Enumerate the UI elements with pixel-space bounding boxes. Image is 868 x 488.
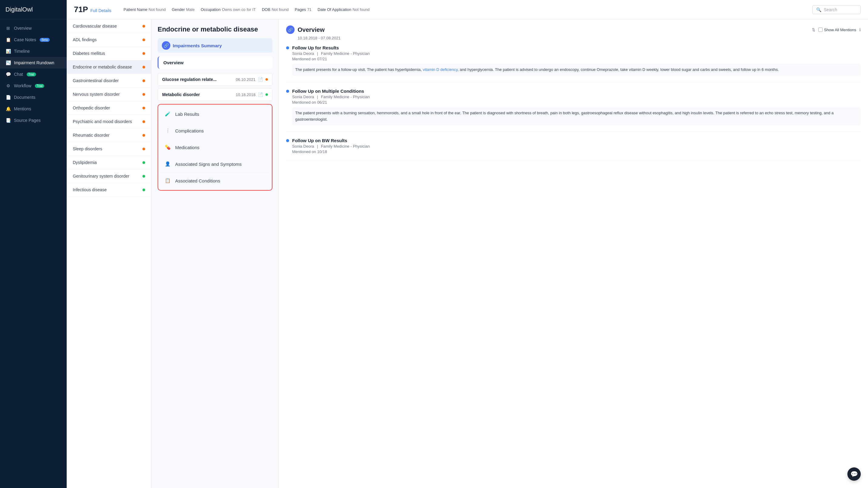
condition-dot-12 bbox=[143, 188, 145, 191]
patient-date-app-field: Date Of ApplicationNot found bbox=[318, 7, 370, 12]
condition-item-5[interactable]: Nervous system disorder bbox=[67, 88, 151, 101]
condition-item-0[interactable]: Cardiovascular disease bbox=[67, 20, 151, 33]
condition-list: Cardiovascular disease ADL findings Diab… bbox=[67, 20, 152, 488]
search-box[interactable]: 🔍 Search bbox=[812, 5, 861, 14]
condition-label-8: Rheumatic disorder bbox=[73, 133, 110, 138]
mention-doctor-1: Sonia Deora bbox=[292, 95, 314, 99]
condition-dot-6 bbox=[143, 107, 145, 110]
documents-icon: 📄 bbox=[5, 95, 11, 100]
mention-date-0: Mentioned on 07/21 bbox=[292, 57, 861, 61]
mention-header-2: Follow Up on BW Results Sonia Deora | Fa… bbox=[286, 138, 861, 154]
mention-link-0[interactable]: vitamin D deficiency bbox=[423, 67, 458, 72]
condition-item-2[interactable]: Diabetes mellitus bbox=[67, 47, 151, 60]
show-all-checkbox[interactable] bbox=[818, 28, 823, 32]
summary-item-signs-symptoms[interactable]: 👤 Associated Signs and Symptoms bbox=[159, 156, 271, 173]
condition-item-10[interactable]: Dyslipidemia bbox=[67, 156, 151, 170]
date-app-value: Not found bbox=[352, 7, 369, 12]
condition-item-4[interactable]: Gastrointestinal disorder bbox=[67, 74, 151, 88]
patient-gender-field: GenderMale bbox=[172, 7, 195, 12]
summary-item-medications[interactable]: 💊 Medications bbox=[159, 139, 271, 156]
condition-row-1[interactable]: Metabolic disorder 10.18.2018 📄 bbox=[158, 88, 273, 101]
sidebar-item-workflow[interactable]: ⚙ Workflow Trial bbox=[0, 80, 67, 92]
summary-icon-complications: ❕ bbox=[164, 127, 172, 134]
sidebar-item-timeline[interactable]: 📊 Timeline bbox=[0, 45, 67, 57]
patient-name-label: Patient Name bbox=[124, 7, 148, 12]
source-pages-icon: 📑 bbox=[5, 118, 11, 123]
sidebar-item-source-pages[interactable]: 📑 Source Pages bbox=[0, 115, 67, 126]
summary-label-signs-symptoms: Associated Signs and Symptoms bbox=[175, 161, 242, 167]
timeline-icon: 📊 bbox=[5, 49, 11, 54]
mention-title-2: Follow Up on BW Results bbox=[292, 138, 861, 143]
chat-bubble[interactable]: 💬 bbox=[847, 467, 861, 481]
condition-row-0[interactable]: Glucose regulation relate... 06.10.2021 … bbox=[158, 73, 273, 86]
sidebar-item-label-overview: Overview bbox=[14, 26, 32, 31]
chat-icon: 💬 bbox=[5, 71, 11, 77]
full-details-link[interactable]: Full Details bbox=[90, 8, 111, 13]
file-icon-1: 📄 bbox=[258, 92, 263, 97]
overview-icon: ⊞ bbox=[5, 26, 11, 31]
condition-row-dot-0 bbox=[266, 78, 268, 81]
show-all-label: Show All Mentions bbox=[824, 28, 856, 32]
mention-card-follow-up-bw: Follow Up on BW Results Sonia Deora | Fa… bbox=[286, 138, 861, 160]
patient-info: Patient NameNot found GenderMale Occupat… bbox=[124, 7, 805, 12]
condition-dot-5 bbox=[143, 93, 145, 96]
summary-box: 🧪 Lab Results❕ Complications💊 Medication… bbox=[158, 104, 273, 191]
condition-row-label-1: Metabolic disorder bbox=[162, 92, 200, 97]
condition-label-7: Psychiatric and mood disorders bbox=[73, 119, 132, 124]
mention-specialty-1: Family Medicine - Physician bbox=[321, 95, 370, 99]
condition-item-6[interactable]: Orthopedic disorder bbox=[67, 101, 151, 115]
condition-label-10: Dyslipidemia bbox=[73, 160, 97, 165]
patient-pages-field: Pages71 bbox=[295, 7, 312, 12]
sidebar-item-label-workflow: Workflow bbox=[14, 83, 31, 88]
sidebar-item-label-source-pages: Source Pages bbox=[14, 118, 41, 123]
condition-label-6: Orthopedic disorder bbox=[73, 105, 110, 110]
condition-item-9[interactable]: Sleep disorders bbox=[67, 142, 151, 156]
sidebar-item-chat[interactable]: 💬 Chat Trial bbox=[0, 68, 67, 80]
condition-row-date-0: 06.10.2021 bbox=[236, 77, 255, 82]
mention-meta-1: Sonia Deora | Family Medicine - Physicia… bbox=[292, 95, 861, 99]
mention-specialty-2: Family Medicine - Physician bbox=[321, 144, 370, 149]
mention-header-0: Follow Up for Results Sonia Deora | Fami… bbox=[286, 45, 861, 76]
summary-item-complications[interactable]: ❕ Complications bbox=[159, 122, 271, 139]
condition-label-0: Cardiovascular disease bbox=[73, 24, 117, 29]
condition-item-12[interactable]: Infectious disease bbox=[67, 183, 151, 197]
case-notes-badge: Beta bbox=[40, 38, 50, 42]
right-panel: 🔗 Overview ⇅ Show All Mentions ℹ 10.18.2… bbox=[279, 20, 868, 488]
condition-item-7[interactable]: Psychiatric and mood disorders bbox=[67, 115, 151, 128]
condition-item-1[interactable]: ADL findings bbox=[67, 33, 151, 47]
mention-dot-1 bbox=[286, 90, 289, 93]
show-all-mentions[interactable]: Show All Mentions bbox=[818, 28, 856, 32]
sidebar-item-overview[interactable]: ⊞ Overview bbox=[0, 23, 67, 34]
condition-label-4: Gastrointestinal disorder bbox=[73, 78, 119, 83]
sidebar-item-label-documents: Documents bbox=[14, 95, 35, 100]
summary-item-associated-conditions[interactable]: 📋 Associated Conditions bbox=[159, 173, 271, 189]
overview-date-range: 10.18.2018 - 07.08.2021 bbox=[298, 36, 861, 40]
summary-item-lab-results[interactable]: 🧪 Lab Results bbox=[159, 106, 271, 122]
condition-dot-8 bbox=[143, 134, 145, 137]
condition-item-3[interactable]: Endocrine or metabolic disease bbox=[67, 60, 151, 74]
condition-item-8[interactable]: Rheumatic disorder bbox=[67, 128, 151, 142]
condition-dot-11 bbox=[143, 175, 145, 178]
search-placeholder: Search bbox=[824, 7, 837, 12]
impairments-icon: 🔗 bbox=[162, 41, 170, 50]
info-icon[interactable]: ℹ bbox=[859, 27, 861, 32]
mention-text-0: The patient presents for a follow-up vis… bbox=[292, 64, 861, 76]
sidebar-item-case-notes[interactable]: 📋 Case Notes Beta bbox=[0, 34, 67, 45]
logo-text-light: Owl bbox=[23, 6, 33, 13]
sidebar-item-impairment-rundown[interactable]: 📉 Impairment Rundown bbox=[0, 57, 67, 68]
mention-content-2: Follow Up on BW Results Sonia Deora | Fa… bbox=[292, 138, 861, 154]
sort-icon[interactable]: ⇅ bbox=[812, 28, 815, 32]
sidebar-item-label-timeline: Timeline bbox=[14, 49, 30, 54]
patient-dob-field: DOBNot found bbox=[262, 7, 289, 12]
summary-icon-signs-symptoms: 👤 bbox=[164, 160, 172, 168]
sidebar-item-mentions[interactable]: 🔔 Mentions bbox=[0, 103, 67, 115]
logo-text-bold: Digital bbox=[5, 6, 23, 13]
summary-icon-medications: 💊 bbox=[164, 143, 172, 151]
condition-label-1: ADL findings bbox=[73, 37, 97, 42]
condition-item-11[interactable]: Genitourinary system disorder bbox=[67, 170, 151, 183]
summary-label-medications: Medications bbox=[175, 145, 199, 150]
mention-card-follow-up-results: Follow Up for Results Sonia Deora | Fami… bbox=[286, 45, 861, 83]
sidebar-item-documents[interactable]: 📄 Documents bbox=[0, 92, 67, 103]
mention-card-follow-up-multiple: Follow Up on Multiple Conditions Sonia D… bbox=[286, 89, 861, 132]
sidebar-nav: ⊞ Overview 📋 Case Notes Beta📊 Timeline 📉… bbox=[0, 20, 67, 488]
